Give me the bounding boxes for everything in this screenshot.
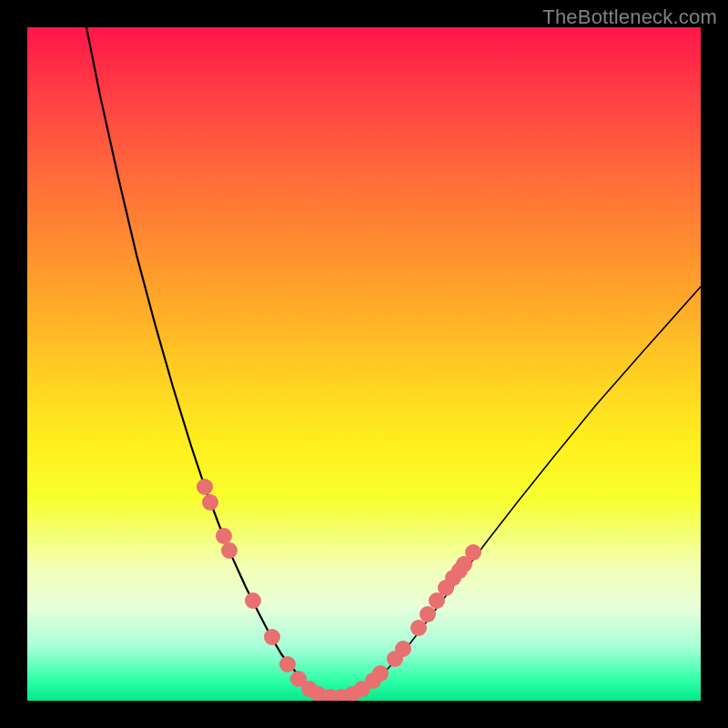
- watermark-text: TheBottleneck.com: [542, 5, 717, 29]
- data-marker: [279, 656, 296, 672]
- chart-container: TheBottleneck.com: [0, 0, 728, 728]
- left-curve: [86, 27, 332, 697]
- markers-group: [197, 479, 481, 701]
- data-marker: [410, 620, 427, 636]
- data-marker: [372, 665, 389, 682]
- data-marker: [202, 494, 218, 511]
- data-marker: [420, 606, 436, 622]
- data-marker: [395, 641, 411, 657]
- data-marker: [216, 528, 232, 544]
- data-marker: [465, 544, 481, 561]
- data-marker: [264, 629, 280, 645]
- data-marker: [221, 542, 238, 559]
- curve-group: [86, 27, 701, 697]
- data-marker: [197, 479, 213, 495]
- plot-area: [27, 27, 701, 701]
- right-curve: [332, 287, 701, 697]
- chart-svg: [27, 27, 701, 701]
- data-marker: [245, 592, 261, 609]
- data-marker: [451, 562, 468, 579]
